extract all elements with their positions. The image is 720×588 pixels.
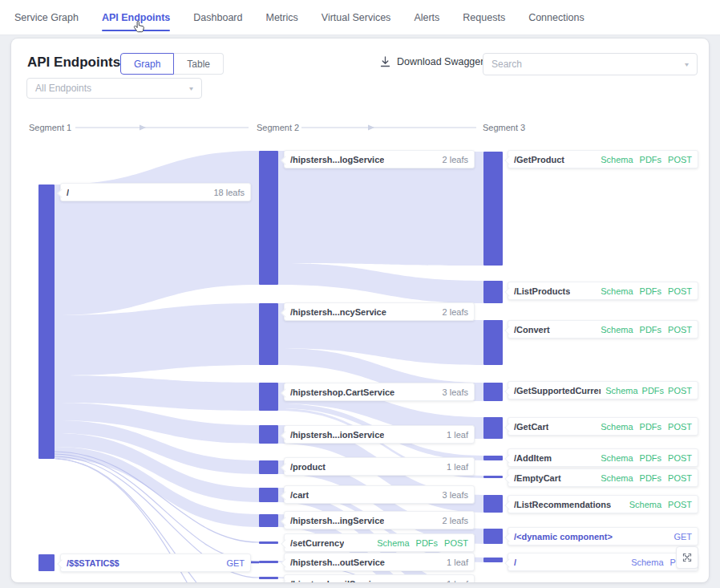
node-bar-recommendationservice[interactable] (259, 425, 278, 444)
endpoint-label-emptycart[interactable]: /EmptyCart Schema PDFs POST (508, 468, 698, 487)
node-bar-currencyservice[interactable] (259, 303, 278, 365)
post-link[interactable]: POST (668, 325, 692, 335)
top-nav: Service Graph API Endpoints Dashboard Me… (0, 0, 720, 35)
schema-link[interactable]: Schema (629, 500, 661, 509)
post-link[interactable]: POST (668, 453, 692, 463)
pdfs-link[interactable]: PDFs (640, 422, 662, 432)
schema-link[interactable]: Schema (601, 453, 633, 463)
tab-service-graph[interactable]: Service Graph (14, 12, 79, 23)
schema-link[interactable]: Schema (377, 538, 409, 548)
post-link[interactable]: POST (668, 155, 692, 164)
node-bar-product[interactable] (259, 460, 278, 474)
pdfs-link[interactable]: PDFs (640, 473, 662, 483)
endpoint-label-recommendationservice[interactable]: /hipstersh...ionService 1 leaf (284, 425, 475, 444)
endpoint-name: /$$STATIC$$ (67, 558, 119, 568)
node-bar-root[interactable] (38, 185, 55, 459)
endpoint-label-root[interactable]: / 18 leafs (60, 183, 251, 201)
endpoint-label-convert[interactable]: /Convert Schema PDFs POST (508, 320, 698, 339)
graph-view-button[interactable]: Graph (120, 53, 174, 75)
view-toggle: Graph Table (120, 53, 224, 75)
schema-link[interactable]: Schema (601, 325, 633, 335)
post-link[interactable]: POST (668, 386, 692, 395)
expand-button[interactable] (676, 546, 698, 569)
node-bar-convert[interactable] (483, 320, 503, 365)
post-link[interactable]: POST (444, 538, 468, 548)
endpoint-name: /hipstersh...ionService (290, 430, 384, 440)
get-link[interactable]: GET (673, 532, 692, 541)
tab-dashboard[interactable]: Dashboard (193, 12, 242, 23)
node-bar-dynamic-component[interactable] (483, 529, 503, 544)
post-link[interactable]: POST (668, 500, 692, 509)
endpoint-label-getproduct[interactable]: /GetProduct Schema PDFs POST (508, 150, 698, 168)
endpoint-label-catalogservice[interactable]: /hipstersh...logService 2 leafs (284, 150, 475, 168)
endpoint-label-cartservice[interactable]: /hipstershop.CartService 3 leafs (284, 383, 475, 401)
node-bar-getsupportedcurrencies[interactable] (483, 383, 503, 401)
node-bar-emptycart[interactable] (483, 476, 503, 478)
table-view-button[interactable]: Table (174, 53, 224, 75)
tab-api-endpoints[interactable]: API Endpoints (102, 12, 170, 23)
pdfs-link[interactable]: PDFs (640, 286, 662, 296)
tab-alerts[interactable]: Alerts (414, 12, 439, 23)
node-bar-checkoutservice[interactable] (259, 561, 278, 563)
endpoint-label-checkoutservice[interactable]: /hipstersh...outService 1 leaf (284, 553, 475, 571)
endpoint-label-static[interactable]: /$$STATIC$$ GET (60, 554, 251, 572)
endpoint-label-cart[interactable]: /cart 3 leafs (284, 485, 475, 504)
node-bar-static[interactable] (38, 554, 55, 571)
schema-link[interactable]: Schema (601, 473, 633, 483)
endpoint-name: /product (290, 462, 326, 472)
endpoint-label-emailservice[interactable]: /hipstersh...ailService 1 leaf (284, 574, 475, 582)
segment-2-nodes (259, 151, 278, 579)
pdfs-link[interactable]: PDFs (640, 325, 662, 335)
node-bar-shippingservice[interactable] (259, 514, 278, 527)
node-bar-additem[interactable] (483, 456, 503, 460)
pdfs-link[interactable]: PDFs (640, 453, 662, 463)
endpoint-name: /hipstersh...outService (290, 558, 385, 567)
schema-link[interactable]: Schema (601, 286, 633, 296)
endpoint-label-dynamic-component[interactable]: /<dynamic component> GET (508, 527, 698, 545)
tab-metrics[interactable]: Metrics (265, 12, 297, 23)
endpoint-name: /GetSupportedCurrencies (514, 386, 601, 395)
endpoint-label-product[interactable]: /product 1 leaf (284, 457, 475, 476)
endpoint-label-additem[interactable]: /AddItem Schema PDFs POST (508, 448, 698, 467)
node-bar-catalogservice[interactable] (259, 151, 278, 285)
node-bar-setcurrency[interactable] (259, 541, 278, 544)
node-bar-emailservice[interactable] (259, 577, 278, 579)
endpoint-name: /ListRecommendations (514, 500, 611, 509)
endpoint-name: /ListProducts (514, 286, 570, 296)
tab-requests[interactable]: Requests (463, 12, 505, 23)
download-swagger-button[interactable]: Download Swagger (380, 56, 483, 67)
leaf-count: 2 leafs (443, 307, 468, 317)
endpoint-label-listproducts[interactable]: /ListProducts Schema PDFs POST (508, 282, 698, 300)
tab-virtual-services[interactable]: Virtual Services (322, 12, 391, 23)
node-bar-listrecommendations[interactable] (483, 495, 503, 513)
endpoint-label-listrecommendations[interactable]: /ListRecommendations Schema POST (508, 495, 698, 513)
pdfs-link[interactable]: PDFs (416, 538, 439, 548)
endpoint-label-root-leaf[interactable]: / Schema PDFs (508, 553, 698, 571)
post-link[interactable]: POST (668, 422, 692, 432)
tab-connections[interactable]: Connections (528, 12, 584, 23)
api-endpoints-panel: API Endpoints Graph Table Download Swagg… (11, 39, 709, 582)
node-bar-cartservice[interactable] (259, 383, 278, 411)
post-link[interactable]: POST (668, 473, 692, 483)
node-bar-listproducts[interactable] (483, 281, 503, 303)
leaf-count: 1 leaf (447, 558, 468, 567)
node-bar-getcart[interactable] (483, 417, 503, 439)
schema-link[interactable]: Schema (631, 558, 663, 567)
post-link[interactable]: POST (668, 286, 692, 296)
endpoint-label-getsupportedcurrencies[interactable]: /GetSupportedCurrencies Schema PDFs POST (508, 381, 698, 399)
endpoint-label-getcart[interactable]: /GetCart Schema PDFs POST (508, 417, 698, 436)
endpoint-label-setcurrency[interactable]: /setCurrency Schema PDFs POST (284, 533, 475, 552)
endpoint-label-currencyservice[interactable]: /hipstersh...ncyService 2 leafs (284, 302, 475, 321)
schema-link[interactable]: Schema (601, 422, 633, 432)
endpoint-label-shippingservice[interactable]: /hipstersh...ingService 2 leafs (284, 511, 475, 529)
node-bar-root-leaf[interactable] (483, 558, 503, 562)
endpoint-filter-select[interactable]: All Endpoints ▾ (26, 78, 202, 99)
schema-link[interactable]: Schema (601, 155, 633, 164)
node-bar-cart[interactable] (259, 488, 278, 502)
schema-link[interactable]: Schema (605, 386, 637, 395)
pdfs-link[interactable]: PDFs (640, 155, 662, 164)
node-bar-getproduct[interactable] (483, 152, 503, 266)
endpoint-filter-value: All Endpoints (35, 83, 91, 94)
search-input[interactable]: Search ▾ (483, 53, 698, 75)
pdfs-link[interactable]: PDFs (642, 386, 665, 395)
